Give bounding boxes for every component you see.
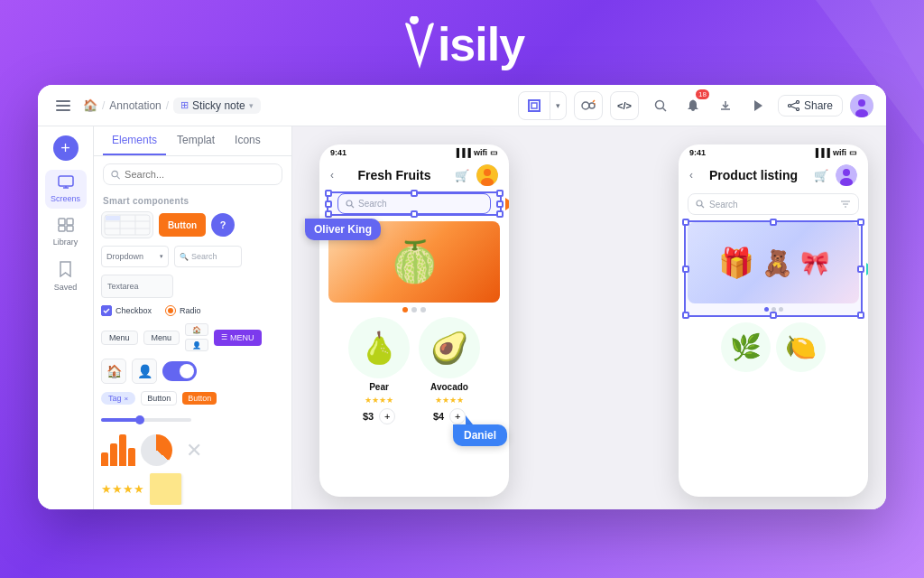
product-card-container: 🎁 🧸 🎀 <box>688 222 859 315</box>
home-icon[interactable]: 🏠 <box>83 98 97 112</box>
search-icon-right <box>696 200 705 209</box>
help-component[interactable]: ? <box>211 213 235 237</box>
icon-nav-2[interactable]: 👤 <box>185 339 208 351</box>
ai-tool[interactable] <box>574 91 603 120</box>
button-component[interactable]: Button <box>159 213 206 237</box>
phone-right-search-bar[interactable]: Search <box>688 193 859 215</box>
code-tool[interactable]: </> <box>610 91 639 120</box>
sidebar-item-screens[interactable]: Screens <box>45 170 87 209</box>
table-component[interactable] <box>101 211 153 238</box>
screens-label: Screens <box>51 194 80 203</box>
product-card-image: 🎁 🧸 🎀 <box>688 222 859 303</box>
screens-icon <box>58 175 74 192</box>
tab-icons[interactable]: Icons <box>226 126 270 155</box>
library-icon <box>58 218 74 236</box>
svg-point-40 <box>346 200 352 206</box>
handle-mr[interactable] <box>496 200 504 208</box>
cart-icon[interactable]: 🛒 <box>455 169 469 182</box>
back-button-right[interactable]: ‹ <box>689 169 693 182</box>
checkbox-component[interactable]: Checkbox <box>101 305 160 316</box>
sidebar-item-library[interactable]: Library <box>45 212 87 252</box>
comp-row-9: ✕ <box>101 434 284 466</box>
tab-templates[interactable]: Templat <box>168 126 224 155</box>
comp-row-4: Checkbox Radio <box>101 305 284 316</box>
handle-bl[interactable] <box>325 210 332 218</box>
toggle-component[interactable] <box>162 361 197 381</box>
radio-component[interactable]: Radio <box>165 305 201 316</box>
cross-lines-component[interactable]: ✕ <box>178 434 209 466</box>
dropdown-component[interactable]: Dropdown ▾ <box>101 246 169 267</box>
saved-label: Saved <box>54 283 78 292</box>
tab-elements[interactable]: Elements <box>103 126 166 155</box>
user-avatar[interactable] <box>850 94 873 117</box>
user-avatar-phone-right <box>836 164 857 186</box>
svg-point-14 <box>788 104 790 107</box>
tag-component[interactable]: Tag × <box>101 392 135 405</box>
svg-line-17 <box>790 102 796 104</box>
svg-point-15 <box>796 100 799 103</box>
menu-component-1[interactable]: Menu <box>101 331 138 345</box>
button-outline-component[interactable]: Button <box>141 391 177 406</box>
svg-rect-22 <box>59 176 73 186</box>
phone-left-search[interactable]: Search <box>337 193 491 214</box>
comp-row-8 <box>101 413 284 427</box>
battery-icon-right: ▭ <box>849 148 857 157</box>
add-to-cart-pear[interactable]: + <box>379 408 395 424</box>
menu-active[interactable]: ☰ MENU <box>214 330 262 346</box>
product-card-dots <box>688 303 859 315</box>
wifi-icon: wifi <box>474 148 487 157</box>
svg-rect-4 <box>56 105 70 107</box>
icon-box-1[interactable]: 🏠 <box>101 359 126 384</box>
user-avatar-phone <box>476 164 498 186</box>
cart-icon-right[interactable]: 🛒 <box>814 169 828 182</box>
icon-box-2[interactable]: 👤 <box>132 359 157 384</box>
slider-component[interactable] <box>101 413 191 427</box>
library-label: Library <box>53 238 79 247</box>
search-component[interactable]: 🔍 Search <box>174 246 242 267</box>
textarea-component[interactable]: Textarea <box>101 275 173 298</box>
pie-chart-component[interactable] <box>141 434 172 466</box>
svg-rect-6 <box>529 100 540 111</box>
phone-left-title: Fresh Fruits <box>358 168 431 182</box>
bottom-fruits: 🌿 🍋 <box>679 319 868 376</box>
play-button[interactable] <box>745 93 771 118</box>
back-button[interactable]: ‹ <box>330 169 334 182</box>
menu-icon[interactable] <box>51 93 76 118</box>
sticky-note-component[interactable] <box>150 473 181 505</box>
search-input[interactable] <box>125 169 274 180</box>
notifications-button[interactable]: 18 <box>680 93 706 118</box>
download-button[interactable] <box>713 93 738 118</box>
search-button[interactable] <box>648 93 673 118</box>
battery-icon: ▭ <box>490 148 498 157</box>
product-row: 🍐 Pear ★★★★ $3 + 🥑 Avocado ★★★★ $4 <box>319 317 509 424</box>
star-rating-component[interactable]: ★★★★ <box>101 482 144 496</box>
handle-ml[interactable] <box>325 200 332 208</box>
svg-line-18 <box>790 106 796 107</box>
component-search[interactable] <box>103 163 282 185</box>
add-to-cart-avocado[interactable]: + <box>449 408 466 424</box>
button-orange-component[interactable]: Button <box>182 392 217 405</box>
current-page[interactable]: ⊞ Sticky note ▾ <box>173 98 261 114</box>
topbar: 🏠 / Annotation / ⊞ Sticky note ▾ ▾ <box>38 85 886 126</box>
handle-tr-r[interactable] <box>857 219 864 226</box>
breadcrumb: 🏠 / Annotation / ⊞ Sticky note ▾ <box>83 98 261 114</box>
app-logo: isily <box>400 16 524 72</box>
share-button[interactable]: Share <box>778 95 843 117</box>
comp-row-5: Menu Menu 🏠 👤 ☰ MENU <box>101 323 284 351</box>
add-element-button[interactable]: + <box>53 135 79 161</box>
annotation-link[interactable]: Annotation <box>109 99 161 112</box>
phone-right-title: Product listing <box>709 168 798 182</box>
phone-right-mockup: 9:41 ▐▐▐ wifi ▭ ‹ Product listing 🛒 <box>679 144 868 497</box>
canvas-area[interactable]: Oliver King 9:41 ▐▐▐ wifi ▭ ‹ Fresh Frui… <box>292 126 886 509</box>
frame-tool[interactable]: ▾ <box>518 91 567 120</box>
bar-chart-component[interactable] <box>101 434 135 466</box>
svg-point-29 <box>112 171 117 176</box>
icon-nav-1[interactable]: 🏠 <box>185 323 208 336</box>
comp-row-10: ★★★★ <box>101 473 284 505</box>
handle-br[interactable] <box>496 210 504 218</box>
menu-component-2[interactable]: Menu <box>143 331 180 345</box>
leaf-fruit: 🌿 <box>721 322 771 372</box>
search-icon-phone <box>346 200 355 209</box>
cursor-daniel: Daniel <box>453 424 507 446</box>
sidebar-item-saved[interactable]: Saved <box>45 256 87 297</box>
